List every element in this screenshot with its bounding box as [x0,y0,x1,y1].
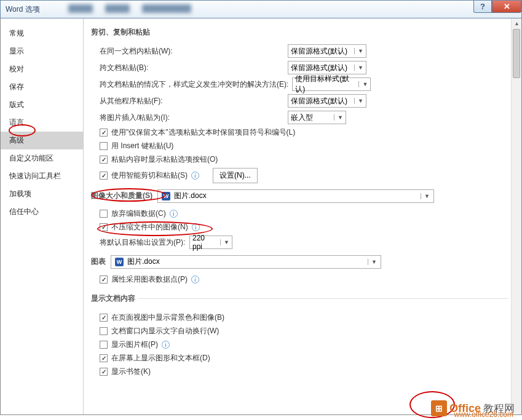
sidebar: 常规 显示 校对 保存 版式 语言 高级 自定义功能区 快速访问工具栏 加载项 … [1,18,84,414]
select-cross-conflict[interactable]: 使用目标样式(默认)▼ [292,77,371,91]
label-prop-datapoint: 属性采用图表数据点(P) [111,274,188,285]
sidebar-item-display[interactable]: 显示 [1,42,83,60]
label-wrap-text: 文档窗口内显示文字自动换行(W) [111,326,219,336]
sidebar-item-save[interactable]: 保存 [1,78,83,96]
chevron-down-icon: ▼ [354,98,363,104]
sidebar-item-proofing[interactable]: 校对 [1,60,83,78]
label-bookmarks: 显示书签(K) [111,367,151,377]
content-panel: 剪切、复制和粘贴 在同一文档内粘贴(W): 保留源格式(默认)▼ 跨文档粘贴(B… [84,18,511,414]
select-image-doc[interactable]: W图片.docx ▼ [157,189,434,203]
label-default-res: 将默认目标输出设置为(P): [100,237,186,248]
checkbox-no-compress[interactable] [100,223,108,231]
checkbox-insert-key[interactable] [100,142,108,150]
select-from-other[interactable]: 保留源格式(默认)▼ [288,94,366,108]
chevron-down-icon: ▼ [358,81,368,87]
scrollbar-thumb[interactable] [513,29,520,78]
sidebar-item-trust[interactable]: 信任中心 [1,203,83,221]
label-keep-bullets: 使用"仅保留文本"选项粘贴文本时保留项目符号和编号(L) [111,127,295,138]
checkbox-wrap-text[interactable] [100,327,108,335]
select-cross-doc[interactable]: 保留源格式(默认)▼ [288,61,366,74]
checkbox-prop-datapoint[interactable] [100,275,108,283]
select-chart-doc[interactable]: W图片.docx ▼ [111,255,381,269]
select-default-res[interactable]: 220 ppi▼ [189,236,232,249]
label-bg-page: 在页面视图中显示背景色和图像(B) [111,312,224,323]
info-icon[interactable]: i [192,223,200,231]
sidebar-item-advanced[interactable]: 高级 [1,132,83,149]
info-icon[interactable]: i [191,172,199,180]
chevron-down-icon: ▼ [354,65,363,71]
watermark-url: www.office26.com [454,410,514,419]
sidebar-item-layout[interactable]: 版式 [1,96,83,114]
label-insert-pic: 将图片插入/粘贴为(I): [100,113,284,123]
label-within-doc: 在同一文档内粘贴(W): [100,46,284,57]
section-image-quality: 图像大小和质量(S) [91,191,152,201]
chevron-down-icon: ▼ [334,114,343,121]
label-cross-conflict: 跨文档粘贴的情况下，样式定义发生冲突时的解决方法(E): [100,79,288,90]
label-from-other: 从其他程序粘贴(F): [100,96,284,106]
section-cut-copy-paste: 剪切、复制和粘贴 [91,27,150,38]
word-icon: W [115,258,124,266]
label-smart-cut: 使用智能剪切和粘贴(S) [111,170,188,181]
label-no-compress: 不压缩文件中的图像(N) [111,222,188,232]
checkbox-smart-cut[interactable] [100,172,108,180]
window-title: Word 选项 [6,4,40,15]
info-icon[interactable]: i [191,275,199,283]
help-button[interactable]: ? [473,1,492,13]
select-within-doc[interactable]: 保留源格式(默认)▼ [288,44,366,58]
select-insert-pic[interactable]: 嵌入型▼ [288,111,346,124]
sidebar-item-general[interactable]: 常规 [1,25,83,42]
chevron-down-icon: ▼ [354,48,363,54]
checkbox-bg-page[interactable] [100,314,108,322]
word-icon: W [162,192,170,200]
chevron-down-icon: ▼ [421,193,430,199]
titlebar: Word 选项 ? ✕ [0,0,522,18]
checkbox-show-paste-btn[interactable] [100,156,108,164]
section-chart: 图表 [91,256,106,267]
chevron-down-icon: ▼ [220,239,229,245]
info-icon[interactable]: i [170,210,178,218]
vertical-scrollbar[interactable] [511,18,521,414]
checkbox-pic-frame[interactable] [100,341,108,349]
checkbox-keep-bullets[interactable] [100,129,108,137]
info-icon[interactable]: i [162,341,170,349]
settings-button[interactable]: 设置(N)... [213,168,258,183]
label-cross-doc: 跨文档粘贴(B): [100,63,284,73]
label-discard-edit: 放弃编辑数据(C) [111,208,166,219]
checkbox-discard-edit[interactable] [100,210,108,218]
checkbox-draw-text[interactable] [100,354,108,362]
section-display-content: 显示文档内容 [91,293,135,304]
sidebar-item-language[interactable]: 语言 [1,114,83,132]
sidebar-item-qat[interactable]: 快速访问工具栏 [1,167,83,185]
sidebar-item-customize-ribbon[interactable]: 自定义功能区 [1,149,83,167]
close-button[interactable]: ✕ [492,1,521,13]
label-draw-text: 在屏幕上显示图形和文本框(D) [111,353,210,363]
chevron-down-icon: ▼ [368,259,377,265]
label-insert-key: 用 Insert 键粘贴(U) [111,141,173,151]
label-pic-frame: 显示图片框(P) [111,339,158,350]
label-show-paste-btn: 粘贴内容时显示粘贴选项按钮(O) [111,154,218,165]
sidebar-item-addins[interactable]: 加载项 [1,185,83,203]
office-icon: ⊞ [431,400,447,416]
checkbox-bookmarks[interactable] [100,368,108,376]
